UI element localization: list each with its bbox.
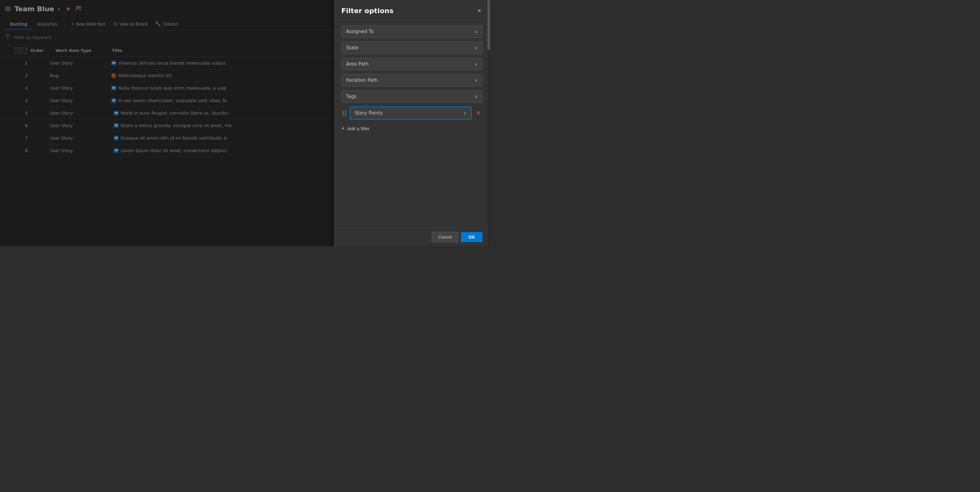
tags-dropdown[interactable]: Tags ∨ — [341, 90, 482, 103]
story-points-filter-row: Story Points ∨ ✕ — [341, 107, 482, 119]
close-panel-button[interactable]: × — [476, 6, 482, 15]
panel-footer: Cancel OK — [334, 228, 490, 246]
assigned-to-chevron-icon: ∨ — [475, 29, 478, 34]
cancel-button[interactable]: Cancel — [431, 232, 458, 242]
tags-chevron-icon: ∨ — [475, 94, 478, 99]
panel-scrollbar[interactable] — [487, 0, 490, 246]
panel-header: Filter options × — [334, 0, 490, 20]
story-points-chevron-icon: ∨ — [463, 111, 466, 116]
ok-button[interactable]: OK — [461, 232, 482, 242]
filter-options-panel: Filter options × Assigned To ∨ State ∨ A… — [334, 0, 490, 246]
area-path-chevron-icon: ∨ — [475, 62, 478, 67]
panel-body: Assigned To ∨ State ∨ Area Path ∨ Iterat… — [334, 20, 490, 228]
scrollbar-thumb[interactable] — [487, 0, 490, 50]
state-dropdown[interactable]: State ∨ — [341, 41, 482, 54]
assigned-to-dropdown[interactable]: Assigned To ∨ — [341, 25, 482, 38]
drag-handle[interactable] — [341, 109, 347, 117]
state-chevron-icon: ∨ — [475, 45, 478, 50]
add-filter-button[interactable]: + Add a filter — [341, 123, 482, 134]
panel-title: Filter options — [341, 7, 393, 15]
story-points-dropdown[interactable]: Story Points ∨ — [350, 107, 472, 119]
remove-story-points-filter-button[interactable]: ✕ — [474, 109, 482, 117]
area-path-dropdown[interactable]: Area Path ∨ — [341, 58, 482, 70]
add-icon: + — [341, 125, 345, 132]
iteration-path-chevron-icon: ∨ — [475, 78, 478, 83]
iteration-path-dropdown[interactable]: Iteration Path ∨ — [341, 74, 482, 86]
